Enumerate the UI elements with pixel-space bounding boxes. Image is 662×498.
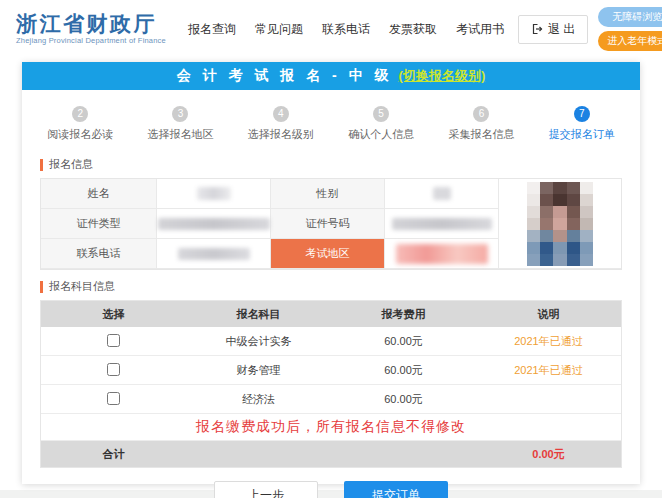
nav-item-books[interactable]: 考试用书 <box>456 21 504 38</box>
section-title: 报名科目信息 <box>49 279 115 294</box>
registration-info-table: 姓名 性别 证件类型 证件号码 联系电话 考试地区 <box>40 178 622 270</box>
name-value-redacted <box>157 179 271 209</box>
accessibility-button[interactable]: 无障碍浏览 <box>598 7 662 27</box>
exam-region-value-redacted <box>385 239 499 269</box>
step-select-level: 4 选择报名级别 <box>231 103 331 142</box>
phone-label: 联系电话 <box>41 239 157 269</box>
nav-item-faq[interactable]: 常见问题 <box>255 21 303 38</box>
subject-checkbox[interactable] <box>107 363 120 376</box>
subject-note: 2021年已通过 <box>476 363 621 378</box>
step-select-region: 3 选择报名地区 <box>130 103 230 142</box>
table-row: 中级会计实务 60.00元 2021年已通过 <box>41 327 621 356</box>
registration-card: 会 计 考 试 报 名 - 中 级 (切换报名级别) 2 阅读报名必读 3 选择… <box>22 62 640 484</box>
switch-level-link[interactable]: (切换报名级别) <box>399 67 486 85</box>
col-subject: 报名科目 <box>186 307 331 322</box>
total-label: 合计 <box>41 447 186 462</box>
subject-note: 2021年已通过 <box>476 334 621 349</box>
nav-item-invoice[interactable]: 发票获取 <box>389 21 437 38</box>
total-row: 合计 0.00元 <box>41 441 621 467</box>
col-select: 选择 <box>41 307 186 322</box>
section-accent-bar <box>40 159 43 171</box>
step-circle: 4 <box>273 106 289 122</box>
table-row: 财务管理 60.00元 2021年已通过 <box>41 356 621 385</box>
id-number-value-redacted <box>385 209 499 239</box>
card-title-bar: 会 计 考 试 报 名 - 中 级 (切换报名级别) <box>22 62 640 90</box>
top-nav: 报名查询 常见问题 联系电话 发票获取 考试用书 <box>188 21 504 38</box>
logout-icon <box>531 23 543 35</box>
site-logo: 浙江省财政厅 Zhejiang Provincial Department of… <box>16 13 166 45</box>
table-row: 经济法 60.00元 <box>41 385 621 414</box>
step-submit-order: 7 提交报名订单 <box>532 103 632 142</box>
phone-value-redacted <box>157 239 271 269</box>
logout-label: 退 出 <box>548 21 575 38</box>
col-fee: 报考费用 <box>331 307 476 322</box>
subject-fee: 60.00元 <box>331 392 476 407</box>
total-value: 0.00元 <box>476 447 621 462</box>
step-read-notice: 2 阅读报名必读 <box>30 103 130 142</box>
subject-fee: 60.00元 <box>331 334 476 349</box>
exam-region-label: 考试地区 <box>271 239 385 269</box>
section-accent-bar <box>40 281 43 293</box>
step-confirm-info: 5 确认个人信息 <box>331 103 431 142</box>
step-indicator: 2 阅读报名必读 3 选择报名地区 4 选择报名级别 5 确认个人信息 6 采集… <box>22 90 640 151</box>
section-title: 报名信息 <box>49 157 93 172</box>
nav-item-phone[interactable]: 联系电话 <box>322 21 370 38</box>
logo-subtitle: Zhejiang Provincial Department of Financ… <box>16 37 166 45</box>
warning-text: 报名缴费成功后，所有报名信息不得修改 <box>196 418 466 436</box>
id-type-label: 证件类型 <box>41 209 157 239</box>
col-note: 说明 <box>476 307 621 322</box>
site-header: 浙江省财政厅 Zhejiang Provincial Department of… <box>0 0 662 58</box>
subject-name: 经济法 <box>186 392 331 407</box>
step-circle: 2 <box>72 106 88 122</box>
gender-label: 性别 <box>271 179 385 209</box>
step-collect-info: 6 采集报名信息 <box>431 103 531 142</box>
registration-info-section-head: 报名信息 <box>40 157 622 172</box>
logout-button[interactable]: 退 出 <box>518 15 588 44</box>
logo-title: 浙江省财政厅 <box>16 13 166 35</box>
page: 浙江省财政厅 Zhejiang Provincial Department of… <box>0 0 662 490</box>
nav-item-query[interactable]: 报名查询 <box>188 21 236 38</box>
subjects-section-head: 报名科目信息 <box>40 279 622 294</box>
step-circle-active: 7 <box>574 106 590 122</box>
mode-pills: 无障碍浏览 进入老年模式 <box>598 7 662 51</box>
subject-checkbox[interactable] <box>107 334 120 347</box>
step-circle: 6 <box>473 106 489 122</box>
name-label: 姓名 <box>41 179 157 209</box>
gender-value-redacted <box>385 179 499 209</box>
subject-name: 财务管理 <box>186 363 331 378</box>
id-photo <box>499 179 621 269</box>
subjects-table: 选择 报名科目 报考费用 说明 中级会计实务 60.00元 2021年已通过 财… <box>40 300 622 468</box>
subject-name: 中级会计实务 <box>186 334 331 349</box>
subjects-header-row: 选择 报名科目 报考费用 说明 <box>41 301 621 327</box>
step-circle: 3 <box>172 106 188 122</box>
id-number-label: 证件号码 <box>271 209 385 239</box>
subject-fee: 60.00元 <box>331 363 476 378</box>
action-buttons: 上一步 提交订单 <box>22 481 640 498</box>
elder-mode-button[interactable]: 进入老年模式 <box>598 31 662 51</box>
subject-checkbox[interactable] <box>107 392 120 405</box>
id-type-value-redacted <box>157 209 271 239</box>
page-title: 会 计 考 试 报 名 - 中 级 <box>177 67 393 85</box>
warning-row: 报名缴费成功后，所有报名信息不得修改 <box>41 414 621 441</box>
photo-mosaic <box>527 182 593 266</box>
submit-order-button[interactable]: 提交订单 <box>344 481 448 498</box>
previous-step-button[interactable]: 上一步 <box>214 481 318 498</box>
step-circle: 5 <box>373 106 389 122</box>
